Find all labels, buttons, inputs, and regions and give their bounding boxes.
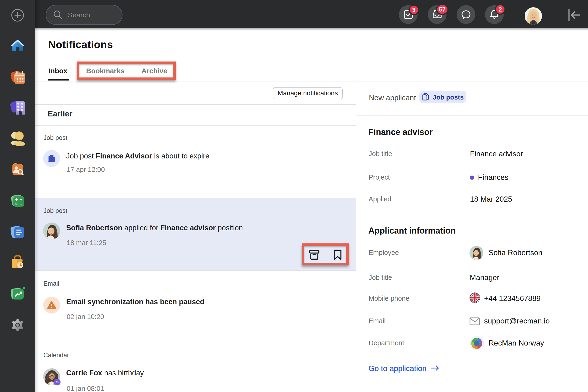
svg-text:−: − bbox=[20, 197, 22, 202]
svg-text:×: × bbox=[15, 202, 17, 206]
svg-text:=: = bbox=[20, 202, 22, 206]
svg-text:+: + bbox=[15, 197, 18, 202]
